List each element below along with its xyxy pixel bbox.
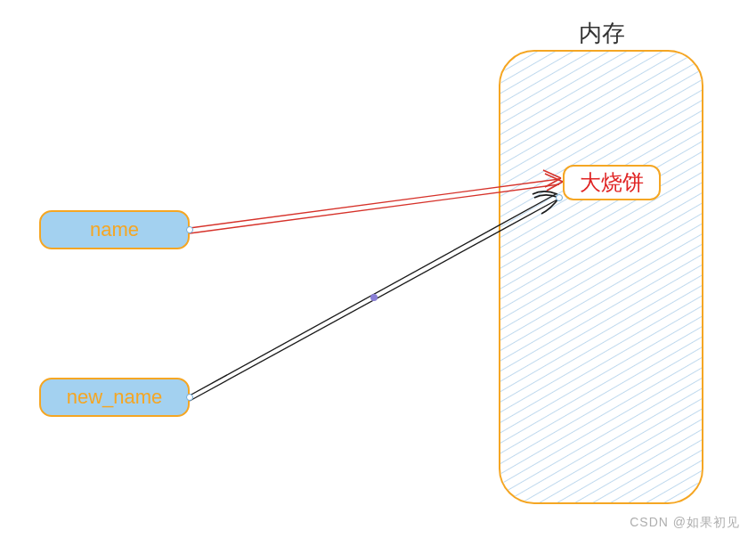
variable-new-name-label: new_name [67,386,163,409]
value-node: 大烧饼 [563,165,661,200]
variable-name-box: name [39,210,190,249]
connector-dot-value [556,194,563,201]
connector-dot-new-name [186,394,193,401]
variable-name-label: name [90,218,139,241]
memory-label: 内存 [579,18,625,49]
midpoint-dot [370,294,378,301]
connector-dot-name [186,226,193,233]
memory-container [499,50,703,504]
memory-hatch-fill [500,52,703,504]
watermark-text: CSDN @如果初见 [630,515,740,531]
variable-new-name-box: new_name [39,378,190,417]
svg-rect-1 [500,52,703,504]
